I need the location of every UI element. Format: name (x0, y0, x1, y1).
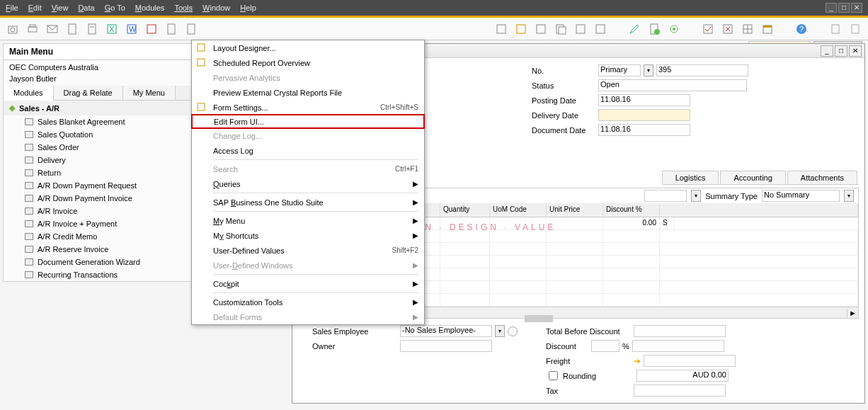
excel-icon[interactable]: X (105, 22, 119, 36)
menu-item[interactable]: Edit Form UI... (191, 114, 425, 129)
tb-icon-d[interactable] (554, 22, 568, 36)
no-type-select[interactable]: Primary (598, 64, 641, 76)
doc-close-button[interactable]: ✕ (849, 45, 862, 57)
posting-date-label: Posting Date (532, 96, 595, 105)
rounding-checkbox[interactable] (549, 371, 558, 380)
diamond-icon: ◆ (9, 103, 15, 113)
menu-item[interactable]: User-Defined ValuesShift+F2 (192, 243, 424, 258)
menu-item[interactable]: SAP Business One Studio Suite▶ (192, 195, 424, 210)
doc-plus-icon[interactable] (647, 22, 661, 36)
document-date-label: Document Date (532, 126, 595, 135)
menu-view[interactable]: View (52, 4, 69, 12)
pct-label: % (622, 342, 629, 351)
tb-last1-icon[interactable] (828, 22, 843, 36)
tax-value (634, 385, 726, 397)
svg-rect-35 (832, 25, 839, 33)
svg-rect-32 (763, 25, 772, 28)
tab-drag-relate[interactable]: Drag & Relate (54, 86, 123, 100)
tb-icon-c[interactable] (534, 22, 548, 36)
owner-input[interactable] (400, 340, 492, 352)
menu-data[interactable]: Data (78, 4, 94, 12)
doc-maximize-button[interactable]: □ (835, 45, 847, 57)
dropdown-icon[interactable]: ▾ (644, 64, 653, 76)
tool2-icon[interactable] (184, 22, 198, 36)
total-before-label: Total Before Discount (546, 327, 631, 336)
cal-icon[interactable] (760, 22, 775, 36)
gear-green-icon[interactable] (667, 22, 681, 36)
menu-item[interactable]: Queries▶ (192, 176, 424, 191)
menu-item: Pervasive Analytics (192, 70, 424, 85)
menu-file[interactable]: File (6, 4, 18, 12)
menu-item[interactable]: My Shortcuts▶ (192, 228, 424, 243)
pencil-icon[interactable] (627, 22, 641, 36)
summary-type-select[interactable]: No Summary (762, 190, 840, 202)
doc2-icon[interactable] (85, 22, 99, 36)
freight-link-icon[interactable]: ➔ (634, 356, 641, 366)
svg-text:X: X (109, 25, 115, 33)
page-icon (196, 57, 207, 69)
menu-tools[interactable]: Tools (174, 4, 193, 12)
delivery-date-input[interactable] (598, 109, 690, 121)
col-quantity[interactable]: Quantity (440, 204, 490, 217)
lookup-icon[interactable] (508, 326, 518, 336)
grid-filter-1[interactable] (644, 190, 687, 202)
menu-goto[interactable]: Go To (105, 4, 125, 12)
close-button[interactable]: ✕ (851, 3, 862, 13)
tb-icon-e[interactable] (573, 22, 588, 36)
svg-rect-6 (88, 24, 96, 34)
minimize-button[interactable]: _ (826, 3, 837, 13)
menu-modules[interactable]: Modules (135, 4, 165, 12)
menu-edit[interactable]: Edit (28, 4, 42, 12)
svg-text:?: ? (799, 25, 804, 33)
discount-input[interactable] (591, 340, 619, 352)
check-icon[interactable] (701, 22, 715, 36)
menu-item: Default Forms▶ (192, 309, 424, 324)
menu-item[interactable]: Cockpit▶ (192, 276, 424, 291)
tab-logistics[interactable]: Logistics (662, 171, 719, 184)
col-discount[interactable]: Discount % (603, 204, 660, 217)
maximize-button[interactable]: □ (838, 3, 850, 13)
x-icon[interactable] (721, 22, 735, 36)
col-unitprice[interactable]: Unit Price (547, 204, 603, 217)
svg-point-25 (673, 28, 675, 30)
doc-icon (25, 195, 33, 202)
posting-date-input[interactable]: 11.08.16 (598, 94, 690, 106)
doc-icon (25, 220, 33, 227)
sales-emp-select[interactable]: -No Sales Employee- (400, 325, 492, 337)
tab-modules[interactable]: Modules (4, 86, 54, 101)
sales-emp-label: Sales Employee (312, 327, 397, 336)
mail-icon[interactable] (45, 22, 59, 36)
doc-icon[interactable] (65, 22, 79, 36)
menu-item[interactable]: Access Log (192, 143, 424, 158)
menu-item[interactable]: Form Settings...Ctrl+Shift+S (192, 100, 424, 115)
menu-item[interactable]: Layout Designer... (192, 40, 424, 55)
menu-item[interactable]: My Menu▶ (192, 213, 424, 228)
doc-minimize-button[interactable]: _ (821, 45, 833, 57)
document-date-input[interactable]: 11.08.16 (598, 124, 690, 136)
col-uom[interactable]: UoM Code (490, 204, 547, 217)
word-icon[interactable]: W (125, 22, 139, 36)
menu-item[interactable]: Customization Tools▶ (192, 295, 424, 309)
menu-item[interactable]: Scheduled Report Overview (192, 55, 424, 70)
tb-icon-a[interactable] (494, 22, 508, 36)
tb-icon-f[interactable] (593, 22, 607, 36)
freight-label: Freight (546, 357, 631, 365)
tb-last2-icon[interactable] (848, 22, 862, 36)
tool-icon[interactable] (164, 22, 178, 36)
menu-help[interactable]: Help (240, 4, 256, 12)
tab-my-menu[interactable]: My Menu (123, 86, 176, 100)
tab-attachments[interactable]: Attachments (787, 171, 857, 184)
menu-window[interactable]: Window (202, 4, 230, 12)
svg-rect-16 (517, 25, 525, 33)
pdf-icon[interactable] (144, 22, 159, 36)
grid-icon[interactable] (741, 22, 755, 36)
help-icon[interactable]: ? (794, 22, 809, 36)
tb-icon-b[interactable] (514, 22, 528, 36)
no-value-input[interactable]: 395 (656, 64, 748, 76)
print-icon[interactable] (25, 22, 40, 36)
doc-icon (25, 207, 33, 215)
tab-accounting[interactable]: Accounting (720, 171, 785, 184)
menu-item[interactable]: Preview External Crystal Reports File (192, 85, 424, 100)
svg-rect-2 (28, 27, 37, 32)
toolbar-icon[interactable] (6, 22, 20, 36)
